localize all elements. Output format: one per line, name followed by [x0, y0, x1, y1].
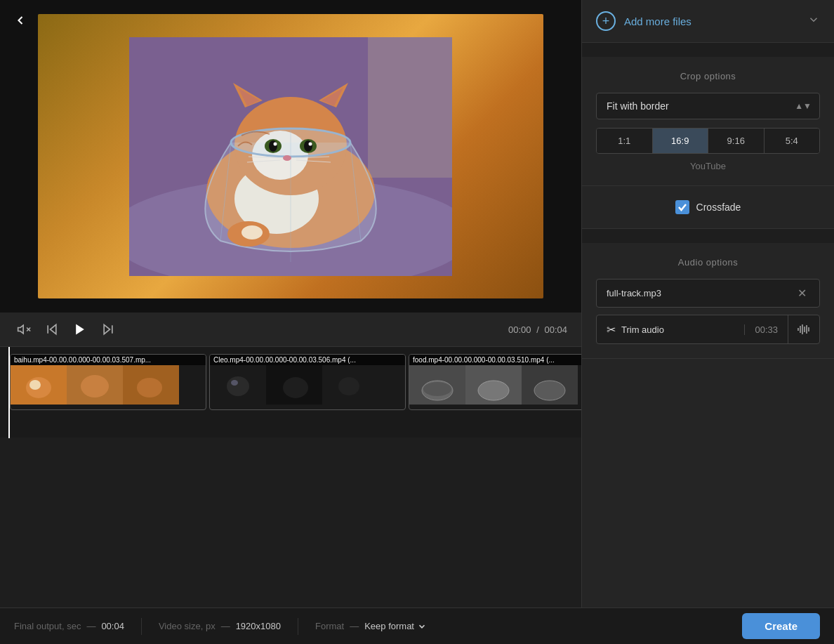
- svg-rect-61: [804, 327, 805, 332]
- svg-point-48: [283, 377, 308, 398]
- separator-1: [141, 618, 142, 635]
- right-panel: + Add more files Crop options Fit with b…: [581, 0, 834, 607]
- svg-marker-34: [76, 324, 84, 335]
- ratio-9-16-button[interactable]: 9:16: [708, 129, 764, 153]
- format-label: Format: [315, 621, 344, 631]
- svg-point-55: [478, 381, 509, 400]
- svg-point-17: [269, 140, 277, 152]
- mute-button[interactable]: [14, 320, 34, 339]
- svg-point-50: [338, 377, 359, 395]
- clip-thumbnails: [11, 365, 206, 409]
- svg-marker-35: [104, 324, 110, 334]
- size-label: Video size, px: [159, 621, 216, 631]
- svg-point-41: [81, 375, 109, 397]
- back-button[interactable]: [11, 11, 30, 30]
- time-sep: /: [536, 324, 539, 335]
- thumb-3: [522, 365, 578, 405]
- svg-point-18: [304, 140, 312, 152]
- add-files-row[interactable]: + Add more files: [582, 0, 834, 43]
- time-display: 00:00 / 00:04: [508, 324, 567, 335]
- add-files-label: Add more files: [624, 15, 691, 27]
- svg-rect-59: [800, 326, 801, 333]
- video-preview: [38, 14, 543, 298]
- svg-marker-32: [51, 324, 56, 334]
- panel-spacer: [582, 43, 834, 57]
- clip-thumbnails: [409, 365, 581, 409]
- add-files-icon: +: [596, 11, 616, 31]
- svg-point-53: [423, 382, 451, 396]
- scissors-icon: ✂: [607, 323, 616, 336]
- audio-file-row: full-track.mp3 ✕: [596, 279, 820, 308]
- output-info: Final output, sec — 00:04: [14, 621, 141, 631]
- size-info: Video size, px — 1920x1080: [159, 621, 298, 631]
- thumb-1: [11, 365, 67, 405]
- audio-spacer: [582, 229, 834, 243]
- clip-label: Cleo.mp4-00.00.00.000-00.00.03.506.mp4 (…: [210, 355, 405, 365]
- clip-baihu[interactable]: baihu.mp4-00.00.00.000-00.00.03.507.mp..…: [10, 354, 206, 410]
- thumb-3: [123, 365, 179, 405]
- svg-marker-29: [18, 325, 24, 334]
- crop-options-section: Crop options Fit with border Crop to fit…: [582, 57, 834, 186]
- thumb-2: [67, 365, 123, 405]
- output-sep: —: [86, 621, 95, 631]
- svg-rect-62: [806, 325, 807, 334]
- audio-options-title: Audio options: [596, 257, 820, 268]
- svg-rect-63: [808, 327, 809, 331]
- total-time: 00:04: [544, 324, 567, 335]
- output-label: Final output, sec: [14, 621, 81, 631]
- svg-rect-28: [368, 37, 452, 178]
- crossfade-label: Crossfade: [696, 202, 741, 213]
- video-area: [0, 0, 581, 313]
- size-value: 1920x1080: [236, 621, 281, 631]
- ratio-16-9-button[interactable]: 16:9: [653, 129, 709, 153]
- svg-point-27: [241, 225, 263, 239]
- thumb-2: [465, 365, 522, 405]
- next-button[interactable]: [98, 320, 118, 339]
- video-frame: [38, 14, 543, 298]
- svg-point-21: [283, 155, 291, 161]
- svg-point-19: [274, 142, 277, 145]
- current-time: 00:00: [508, 324, 531, 335]
- youtube-label: YouTube: [596, 161, 820, 171]
- svg-rect-58: [797, 328, 799, 331]
- crossfade-checkbox[interactable]: [675, 200, 689, 214]
- prev-button[interactable]: [42, 320, 62, 339]
- crop-select[interactable]: Fit with border Crop to fit Stretch to f…: [596, 93, 820, 119]
- separator-2: [298, 618, 298, 635]
- ratio-5-4-button[interactable]: 5:4: [764, 129, 820, 153]
- trim-audio-label: Trim audio: [621, 324, 664, 335]
- ratio-1-1-button[interactable]: 1:1: [597, 129, 653, 153]
- crop-options-title: Crop options: [596, 71, 820, 81]
- clip-label: food.mp4-00.00.00.000-00.00.03.510.mp4 (…: [409, 355, 581, 365]
- trim-audio-button[interactable]: ✂ Trim audio: [597, 316, 744, 343]
- svg-point-57: [534, 381, 565, 400]
- thumb-3: [322, 365, 378, 405]
- format-value-text: Keep format: [364, 621, 414, 631]
- add-files-chevron[interactable]: [807, 13, 820, 29]
- clip-food[interactable]: food.mp4-00.00.00.000-00.00.03.510.mp4 (…: [409, 354, 581, 410]
- output-value: 00:04: [101, 621, 124, 631]
- trim-duration: 00:33: [744, 324, 788, 335]
- create-button[interactable]: Create: [742, 613, 820, 639]
- timeline-tracks: baihu.mp4-00.00.00.000-00.00.03.507.mp..…: [0, 347, 581, 417]
- clip-thumbnails: [210, 365, 405, 409]
- svg-point-46: [231, 380, 238, 386]
- format-info: Format — Keep format: [315, 621, 444, 631]
- ratio-buttons: 1:1 16:9 9:16 5:4: [596, 128, 820, 154]
- audio-remove-button[interactable]: ✕: [795, 287, 809, 300]
- plus-icon: +: [602, 14, 610, 29]
- video-controls: 00:00 / 00:04: [0, 313, 581, 346]
- left-panel: 00:00 / 00:04 baihu.mp4-00.00.00.000-00.…: [0, 0, 581, 607]
- clip-label: baihu.mp4-00.00.00.000-00.00.03.507.mp..…: [11, 355, 206, 365]
- svg-point-20: [309, 142, 312, 145]
- crop-select-wrapper: Fit with border Crop to fit Stretch to f…: [596, 93, 820, 119]
- svg-point-39: [29, 380, 41, 390]
- audio-filename: full-track.mp3: [607, 288, 795, 298]
- format-sep: —: [350, 621, 359, 631]
- clip-cleo[interactable]: Cleo.mp4-00.00.00.000-00.00.03.506.mp4 (…: [209, 354, 406, 410]
- format-select-button[interactable]: Keep format: [364, 621, 427, 631]
- bottom-bar: Final output, sec — 00:04 Video size, px…: [0, 607, 834, 644]
- crossfade-row: Crossfade: [582, 186, 834, 229]
- waveform-button[interactable]: [788, 315, 819, 343]
- play-button[interactable]: [70, 320, 90, 339]
